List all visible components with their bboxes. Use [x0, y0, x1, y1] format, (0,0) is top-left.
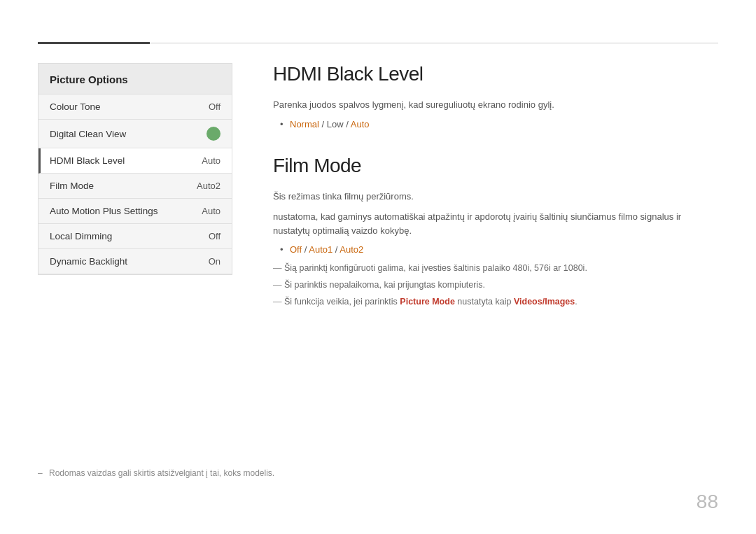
hdmi-section-description: Parenka juodos spalvos lygmenį, kad sure…: [273, 98, 718, 112]
hdmi-options-list: Normal / Low / Auto: [273, 119, 718, 129]
film-mode-value: Auto2: [197, 181, 220, 191]
dynamic-backlight-label: Dynamic Backlight: [50, 256, 127, 267]
film-mode-label: Film Mode: [50, 181, 94, 191]
film-options-item: Off / Auto1 / Auto2: [280, 244, 718, 255]
hdmi-black-level-value: Auto: [202, 155, 220, 166]
hdmi-black-level-section: HDMI Black Level Parenka juodos spalvos …: [273, 63, 718, 129]
film-option-off: Off: [290, 244, 302, 255]
film-desc2: nustatoma, kad gaminys automatiškai atpa…: [273, 210, 718, 237]
auto-motion-plus-label: Auto Motion Plus Settings: [50, 206, 158, 216]
film-note-3: Ši funkcija veikia, jei parinktis Pictur…: [273, 295, 718, 309]
film-section-title: Film Mode: [273, 155, 718, 177]
film-note3-middle: nustatyta kaip: [455, 297, 514, 307]
page-number: 88: [696, 491, 718, 513]
sidebar-item-hdmi-black-level[interactable]: HDMI Black Level Auto: [38, 148, 232, 174]
picture-options-sidebar: Picture Options Colour Tone Off Digital …: [38, 63, 232, 275]
film-sep1: /: [302, 244, 309, 255]
film-note-1: Šią parinktį konfigūruoti galima, kai įv…: [273, 262, 718, 275]
film-desc1: Šis režimas tinka filmų peržiūroms.: [273, 190, 718, 204]
hdmi-black-level-label: HDMI Black Level: [50, 155, 125, 166]
film-options-list: Off / Auto1 / Auto2: [273, 244, 718, 255]
local-dimming-value: Off: [209, 231, 220, 241]
footer-note: Rodomas vaizdas gali skirtis atsižvelgia…: [38, 468, 274, 478]
digital-clean-view-label: Digital Clean View: [50, 129, 126, 139]
film-note-2: Ši parinktis nepalaikoma, kai prijungtas…: [273, 279, 718, 292]
main-content: HDMI Black Level Parenka juodos spalvos …: [273, 63, 718, 311]
film-note3-link-picture-mode: Picture Mode: [400, 297, 455, 307]
sidebar-item-digital-clean-view[interactable]: Digital Clean View: [38, 120, 232, 148]
hdmi-section-title: HDMI Black Level: [273, 63, 718, 85]
film-note3-suffix: .: [575, 297, 577, 307]
sidebar-item-dynamic-backlight[interactable]: Dynamic Backlight On: [38, 249, 232, 274]
film-notes-list: Šią parinktį konfigūruoti galima, kai įv…: [273, 262, 718, 308]
auto-motion-plus-value: Auto: [202, 206, 220, 216]
colour-tone-value: Off: [209, 101, 220, 112]
local-dimming-label: Local Dimming: [50, 231, 112, 241]
hdmi-sep2: /: [344, 119, 351, 129]
film-sep2: /: [332, 244, 340, 255]
film-note3-link-videos-images: Videos/Images: [514, 297, 575, 307]
film-option-auto1: Auto1: [309, 244, 332, 255]
sidebar-item-local-dimming[interactable]: Local Dimming Off: [38, 224, 232, 249]
hdmi-option-low: Low: [327, 119, 344, 129]
hdmi-option-normal: Normal: [290, 119, 319, 129]
top-line-accent: [38, 42, 150, 44]
sidebar-item-colour-tone[interactable]: Colour Tone Off: [38, 94, 232, 120]
dynamic-backlight-value: On: [209, 256, 220, 267]
hdmi-option-auto: Auto: [351, 119, 370, 129]
digital-clean-view-toggle: [206, 127, 220, 141]
film-note3-prefix: Ši funkcija veikia, jei parinktis: [284, 297, 400, 307]
film-option-auto2: Auto2: [340, 244, 363, 255]
hdmi-sep1: /: [319, 119, 327, 129]
top-line-separator: [150, 43, 718, 43]
sidebar-title: Picture Options: [38, 64, 232, 94]
colour-tone-label: Colour Tone: [50, 101, 101, 112]
hdmi-options-item: Normal / Low / Auto: [280, 119, 718, 129]
sidebar-item-film-mode[interactable]: Film Mode Auto2: [38, 174, 232, 199]
sidebar-item-auto-motion-plus[interactable]: Auto Motion Plus Settings Auto: [38, 199, 232, 224]
film-mode-section: Film Mode Šis režimas tinka filmų peržiū…: [273, 155, 718, 309]
top-decorative-lines: [38, 42, 718, 44]
